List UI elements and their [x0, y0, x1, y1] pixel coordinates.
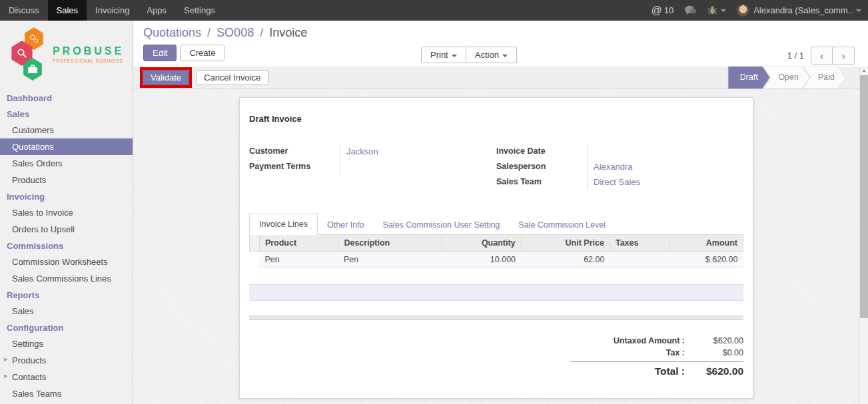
breadcrumb-separator: /	[260, 26, 263, 39]
column-unit-price[interactable]: Unit Price	[521, 235, 610, 252]
totals-block: Untaxed Amount : $620.00 Tax : $0.00 Tot…	[562, 335, 743, 379]
sidebar-heading-commissions[interactable]: Commissions	[0, 238, 133, 254]
print-label: Print	[430, 50, 448, 60]
logo-title: PROBUSE	[53, 45, 124, 57]
edit-button[interactable]: Edit	[143, 45, 177, 61]
menu-apps[interactable]: Apps	[138, 0, 175, 21]
table-row[interactable]: Pen Pen 10.000 62.00 $ 620.00	[250, 252, 743, 268]
field-group-right: Invoice Date Salesperson Alexandra Sales…	[496, 145, 743, 191]
salesperson-value[interactable]: Alexandra	[587, 160, 743, 174]
sidebar-item-settings[interactable]: Settings	[0, 335, 133, 352]
messages-icon[interactable]	[684, 5, 697, 15]
column-amount[interactable]: Amount	[669, 235, 743, 252]
cell-amount[interactable]: $ 620.00	[669, 252, 743, 268]
user-menu[interactable]: Alexandra (Sales_comm..	[737, 4, 861, 17]
top-menu: Discuss Sales Invoicing Apps Settings	[0, 0, 224, 21]
at-icon: @	[651, 5, 661, 17]
sidebar-item-sales-commissions-lines[interactable]: Sales Commissions Lines	[0, 270, 133, 287]
sidebar-item-customers[interactable]: Customers	[0, 122, 133, 138]
action-dropdown-button[interactable]: Action	[466, 47, 517, 63]
create-button[interactable]: Create	[180, 45, 224, 61]
debug-icon[interactable]	[707, 5, 726, 15]
breadcrumb-quotations[interactable]: Quotations	[143, 26, 201, 39]
cancel-invoice-button[interactable]: Cancel Invoice	[196, 70, 268, 85]
mentions-counter[interactable]: @ 10	[651, 5, 673, 17]
sidebar-item-config-contacts[interactable]: ▶Contacts	[0, 369, 133, 385]
untaxed-amount-value: $620.00	[685, 336, 743, 345]
cell-taxes[interactable]	[610, 252, 669, 268]
vertical-scrollbar[interactable]: ▲	[859, 67, 868, 404]
payment-terms-label: Payment Terms	[249, 160, 340, 171]
pager-previous-button[interactable]: ‹	[811, 47, 833, 65]
invoice-date-label: Invoice Date	[496, 145, 587, 156]
total-label: Total :	[562, 365, 685, 377]
cell-unit-price[interactable]: 62.00	[521, 252, 610, 268]
cell-description[interactable]: Pen	[338, 252, 442, 268]
payment-terms-value[interactable]	[340, 160, 496, 174]
status-open[interactable]: Open	[763, 67, 809, 89]
breadcrumb-so008[interactable]: SO008	[217, 26, 254, 39]
expand-arrow-icon[interactable]: ▶	[4, 373, 7, 379]
row-handle-column	[250, 235, 260, 252]
print-dropdown-button[interactable]: Print	[421, 47, 466, 63]
cell-product[interactable]: Pen	[259, 252, 338, 268]
status-paid[interactable]: Paid	[803, 67, 845, 89]
customer-value[interactable]: Jackson	[340, 145, 496, 159]
pager-counter: 1 / 1	[787, 51, 804, 61]
breadcrumb: Quotations / SO008 / Invoice	[143, 26, 868, 40]
empty-field-bar	[249, 284, 743, 301]
column-taxes[interactable]: Taxes	[610, 235, 669, 252]
user-name: Alexandra (Sales_comm..	[753, 5, 853, 15]
salesperson-label: Salesperson	[496, 160, 587, 171]
sidebar-heading-reports[interactable]: Reports	[0, 287, 133, 303]
sidebar-item-sales-to-invoice[interactable]: Sales to Invoice	[0, 204, 133, 221]
tab-sale-commission-level[interactable]: Sale Commission Level	[509, 215, 615, 235]
pager-next-button[interactable]: ›	[833, 47, 855, 65]
row-handle	[250, 252, 260, 268]
sidebar-item-reports-sales[interactable]: Sales	[0, 303, 133, 319]
invoice-state-title: Draft Invoice	[249, 114, 743, 124]
sidebar-heading-configuration[interactable]: Configuration	[0, 319, 133, 335]
tab-other-info[interactable]: Other Info	[318, 215, 374, 235]
breadcrumb-separator: /	[207, 26, 211, 39]
menu-discuss[interactable]: Discuss	[0, 0, 48, 21]
sidebar-nav: Dashboard Sales Customers Quotations Sal…	[0, 90, 133, 404]
tab-sales-commission-user-setting[interactable]: Sales Commission User Setting	[374, 215, 510, 235]
sidebar-item-commission-worksheets[interactable]: Commission Worksheets	[0, 254, 133, 270]
logo-hexagons	[9, 27, 50, 81]
column-quantity[interactable]: Quantity	[442, 235, 522, 252]
sidebar-item-sales-teams[interactable]: Sales Teams	[0, 385, 133, 402]
menu-invoicing[interactable]: Invoicing	[87, 0, 138, 21]
sidebar-item-orders-to-upsell[interactable]: Orders to Upsell	[0, 221, 133, 238]
menu-settings[interactable]: Settings	[175, 0, 224, 21]
sales-team-value[interactable]: Direct Sales	[587, 176, 743, 190]
sidebar-item-quotations[interactable]: Quotations	[0, 138, 133, 155]
sidebar-item-products[interactable]: Products	[0, 172, 133, 188]
top-right-systray: @ 10 Alexandra (Sales_comm..	[651, 0, 868, 21]
validate-button[interactable]: Validate	[143, 70, 189, 85]
sidebar-item-config-products[interactable]: ▶Products	[0, 352, 133, 369]
sidebar-heading-invoicing[interactable]: Invoicing	[0, 188, 133, 204]
total-value: $620.00	[685, 365, 743, 377]
scrollbar-thumb[interactable]	[860, 75, 868, 318]
column-description[interactable]: Description	[338, 235, 442, 252]
form-view-background: Draft Invoice Customer Jackson Payment T…	[133, 89, 868, 404]
notebook-tabs: Invoice Lines Other Info Sales Commissio…	[249, 214, 743, 235]
menu-sales[interactable]: Sales	[48, 0, 87, 21]
probuse-logo: PROBUSE PROFESSIONAL BUSINESS	[0, 21, 133, 90]
sales-team-label: Sales Team	[496, 176, 587, 186]
invoice-date-value[interactable]	[587, 145, 743, 159]
sidebar-item-sales-orders[interactable]: Sales Orders	[0, 155, 133, 172]
column-product[interactable]: Product	[259, 235, 338, 252]
chevron-down-icon	[452, 55, 457, 57]
tab-invoice-lines[interactable]: Invoice Lines	[249, 214, 318, 235]
validate-highlight-box: Validate	[140, 67, 192, 88]
sidebar-heading-sales[interactable]: Sales	[0, 106, 133, 122]
table-header-row: Product Description Quantity Unit Price …	[250, 235, 743, 252]
tax-label: Tax :	[562, 348, 685, 357]
cell-quantity[interactable]: 10.000	[442, 252, 522, 268]
scrollbar-up-arrow-icon[interactable]: ▲	[860, 67, 868, 75]
status-draft[interactable]: Draft	[728, 67, 769, 89]
expand-arrow-icon[interactable]: ▶	[4, 357, 7, 362]
sidebar-heading-dashboard[interactable]: Dashboard	[0, 90, 133, 106]
